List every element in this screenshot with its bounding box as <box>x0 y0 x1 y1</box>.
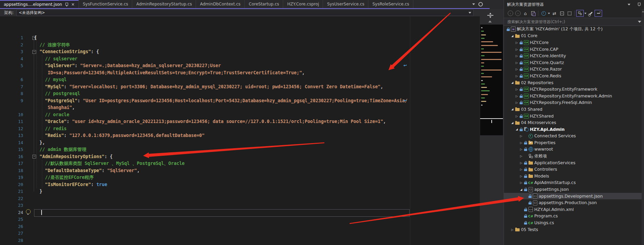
tree-item-02-repositories[interactable]: ◢02 Repositories <box>504 79 644 86</box>
tree-item-hzy.core.quartz[interactable]: ▷C#HZY.Core.Quartz <box>504 59 644 66</box>
tab-list-chevron-down-icon[interactable] <box>472 3 475 5</box>
code-line[interactable]: // postgresql <box>45 90 80 97</box>
compare-sync-icon[interactable]: ⇄ <box>551 10 558 17</box>
tree-item-program.cs[interactable]: C#Program.cs <box>504 213 644 220</box>
pin-tab-icon[interactable] <box>65 3 68 6</box>
lightbulb-icon[interactable] <box>26 209 31 214</box>
expander-closed-icon[interactable]: ▷ <box>519 181 523 184</box>
tree-item-appsettings.development.json[interactable]: {}appsettings.Development.json <box>504 193 644 200</box>
code-line[interactable]: // oracle <box>45 111 69 119</box>
code-line[interactable]: // 连接字符串 <box>40 42 70 49</box>
close-icon[interactable]: × <box>71 2 75 6</box>
expander-closed-icon[interactable]: ▷ <box>515 101 519 104</box>
switch-view-icon[interactable] <box>529 10 537 17</box>
code-line[interactable]: "ConnectionStrings": { <box>40 48 99 56</box>
schema-select[interactable]: <未选择架构> <box>16 10 474 16</box>
tree-item-appsettings.production.json[interactable]: {}appsettings.Production.json <box>504 199 644 206</box>
code-line[interactable]: //默认数据库类型 SqlServer 、MySql 、PostgreSql、O… <box>45 160 185 167</box>
expander-closed-icon[interactable]: ▷ <box>519 154 523 158</box>
code-line[interactable]: "Redis": "127.0.0.1:6379,password=123456… <box>45 132 204 139</box>
expander-closed-icon[interactable]: ▷ <box>515 54 519 58</box>
split-editor-handle[interactable] <box>486 12 495 19</box>
tree-item-hzy.repository.entityframework[interactable]: ▷C#HZY.Repository.EntityFramework <box>504 86 644 93</box>
code-line[interactable]: "PostgreSql": "User ID=postgres;Password… <box>45 97 408 105</box>
chevron-icon[interactable] <box>547 10 551 17</box>
code-line[interactable]: "Oracle": "user id=hzy_admin_oracle_2022… <box>45 118 386 125</box>
expander-closed-icon[interactable]: ▷ <box>519 141 523 144</box>
expander-closed-icon[interactable]: ▷ <box>519 161 523 165</box>
tree-item-models[interactable]: ▷Models <box>504 173 644 180</box>
code-line[interactable]: "SqlServer": "Server=.;Database=hzy_admi… <box>45 62 221 70</box>
expander-open-icon[interactable]: ◢ <box>510 108 515 111</box>
code-line[interactable]: "AdminRepositoryOptions": { <box>40 153 112 160</box>
chevron-icon[interactable] <box>584 10 587 17</box>
tree-item-01-core[interactable]: ◢01 Core <box>504 33 644 40</box>
expander-closed-icon[interactable]: ▷ <box>519 168 523 171</box>
tab-SysFunctionService.cs[interactable]: SysFunctionService.cs <box>79 0 132 8</box>
expander-closed-icon[interactable]: ▷ <box>515 114 519 118</box>
expander-closed-icon[interactable]: ▷ <box>515 67 519 71</box>
tree-scrollbar[interactable] <box>642 9 644 245</box>
tree-item-hzy.api.admin[interactable]: ◢HZY.Api.Admin <box>504 126 644 133</box>
tree-item-applicationservices[interactable]: ▷ApplicationServices <box>504 159 644 166</box>
tree-item-hzy.repository.entityframework.admin[interactable]: ▷C#HZY.Repository.EntityFramework.Admin <box>504 93 644 99</box>
expander-open-icon[interactable]: ◢ <box>515 128 519 131</box>
tree-item-hzy.core.identity[interactable]: ▷C#HZY.Core.Identity <box>504 52 644 59</box>
code-line[interactable]: // admin 数据库管理 <box>40 146 86 153</box>
gear-icon[interactable] <box>478 2 483 6</box>
expander-closed-icon[interactable]: ▷ <box>519 134 523 138</box>
tab-SysUserService.cs[interactable]: SysUserService.cs <box>323 0 368 8</box>
show-all-icon[interactable] <box>566 10 573 17</box>
tree-item-properties[interactable]: ▷Properties <box>504 139 644 146</box>
forward-icon[interactable]: › <box>514 10 522 17</box>
tab-appsettings....elopment.json[interactable]: appsettings....elopment.json× <box>0 0 79 8</box>
collapse-all-icon[interactable]: − <box>558 10 566 17</box>
panel-chevron-down-icon[interactable] <box>628 4 630 5</box>
scroll-up-icon[interactable] <box>488 20 492 22</box>
expander-closed-icon[interactable]: ▷ <box>515 94 519 98</box>
tree-item-hzy.core[interactable]: ▷C#HZY.Core <box>504 39 644 46</box>
tab-CoreStartup.cs[interactable]: CoreStartup.cs <box>245 0 283 8</box>
tree-item-04-microservices[interactable]: ◢04 Microservices <box>504 119 644 126</box>
home-icon[interactable]: ⌂ <box>522 10 529 17</box>
tree-item-05-tests[interactable]: ▷05 Tests <box>504 226 644 233</box>
tab-SysRoleService.cs[interactable]: SysRoleService.cs <box>369 0 413 8</box>
tree-item-hzy.core.cap[interactable]: ▷C#HZY.Core.CAP <box>504 46 644 53</box>
fold-toggle[interactable]: − <box>32 50 36 54</box>
expander-closed-icon[interactable]: ▷ <box>515 74 519 78</box>
code-line[interactable]: //是否监控EFCore程序 <box>45 174 94 181</box>
tree-item-connected-services[interactable]: ▷Connected Services <box>504 133 644 140</box>
wrench-icon[interactable] <box>587 10 595 17</box>
expander-closed-icon[interactable]: ▷ <box>515 41 519 44</box>
tree-item-wwwroot[interactable]: ▷wwwroot <box>504 146 644 153</box>
expander-closed-icon[interactable]: ▷ <box>515 61 519 64</box>
code-line[interactable]: "IsMonitorEFCore": true <box>45 181 107 188</box>
sync-selection-icon[interactable] <box>576 10 584 17</box>
expander-closed-icon[interactable]: ▷ <box>510 228 515 231</box>
scrollbar-column[interactable] <box>480 9 503 245</box>
tree-item-hzy.api.admin.xml[interactable]: </>HZY.Api.Admin.xml <box>504 206 644 213</box>
expander-closed-icon[interactable]: ▷ <box>519 174 523 178</box>
tree-item-hzy.core.redis[interactable]: ▷C#HZY.Core.Redis <box>504 73 644 79</box>
expander-open-icon[interactable]: ◢ <box>519 188 523 191</box>
code-line[interactable]: "MySql": "Server=localhost; port=3306; D… <box>45 83 383 91</box>
code-line[interactable]: "DefaultDatabaseType": "SqlServer", <box>45 167 140 174</box>
tree-item-03-shared[interactable]: ◢03 Shared <box>504 106 644 113</box>
code-line[interactable]: // mysql <box>45 76 67 83</box>
expander-closed-icon[interactable]: ▷ <box>515 48 519 51</box>
code-line[interactable]: } <box>40 188 42 195</box>
code-line[interactable]: Shanghai", <box>48 104 75 111</box>
code-line[interactable]: // sqlserver <box>45 56 77 63</box>
pin-icon[interactable] <box>638 3 641 6</box>
tree-item-usings.cs[interactable]: C#Usings.cs <box>504 219 644 226</box>
tab-AdminDbContext.cs[interactable]: AdminDbContext.cs <box>196 0 245 8</box>
tree-item-controllers[interactable]: ▷Controllers <box>504 166 644 173</box>
tree-item-hzy.shared[interactable]: ▷C#HZY.Shared <box>504 113 644 120</box>
tree-item--hzy.admin-12-12-[interactable]: ∞解决方案 'HZY.Admin' (12 个项目, 共 12 个) <box>504 26 644 33</box>
code-line[interactable]: ID=sa;Password=123456;MultipleActiveResu… <box>48 70 305 77</box>
tree-item-hzy.core.razor[interactable]: ▷C#HZY.Core.Razor <box>504 66 644 73</box>
tree-item-appsettings.json[interactable]: ◢{}appsettings.json <box>504 186 644 193</box>
expander-open-icon[interactable]: ◢ <box>510 81 515 84</box>
solution-search-box[interactable]: 搜索解决方案资源管理器(Ctrl+;) <box>504 18 644 26</box>
tab-HZY.Core.csproj[interactable]: HZY.Core.csproj <box>283 0 323 8</box>
